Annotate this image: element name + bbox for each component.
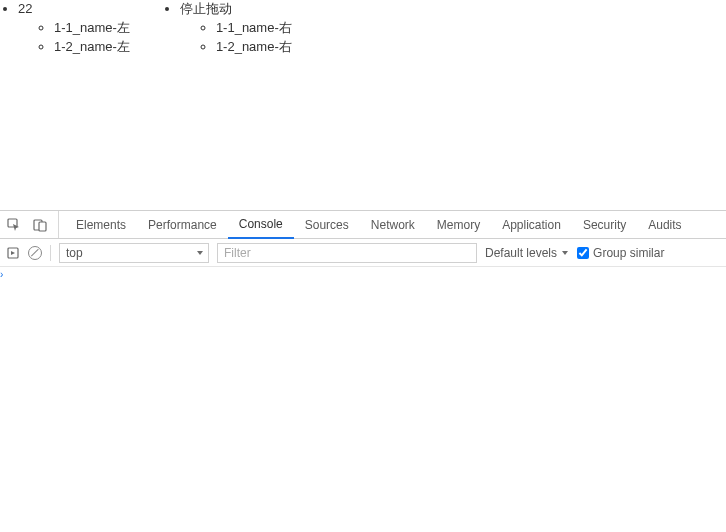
inspect-element-icon[interactable] xyxy=(6,217,22,233)
tree-child-label: 1-1_name-右 xyxy=(216,20,292,35)
group-similar-label: Group similar xyxy=(593,246,664,260)
tree-child-item[interactable]: 1-1_name-左 xyxy=(54,19,130,38)
clear-console-icon[interactable] xyxy=(28,246,42,260)
tree-item-label: 22 xyxy=(18,1,32,16)
console-output[interactable]: › xyxy=(0,267,726,532)
page-content: 22 1-1_name-左 1-2_name-左 停止拖动 1-1_name-右 xyxy=(0,0,726,210)
tree-child-label: 1-2_name-左 xyxy=(54,39,130,54)
tree-child-label: 1-2_name-右 xyxy=(216,39,292,54)
chevron-down-icon xyxy=(196,249,204,257)
tab-security[interactable]: Security xyxy=(572,211,637,238)
log-levels-select[interactable]: Default levels xyxy=(485,246,569,260)
tab-audits[interactable]: Audits xyxy=(637,211,692,238)
tab-application[interactable]: Application xyxy=(491,211,572,238)
console-prompt-icon: › xyxy=(0,269,3,280)
devtools-left-controls xyxy=(0,211,59,238)
tree-children: 1-1_name-右 1-2_name-右 xyxy=(180,19,292,57)
tab-elements[interactable]: Elements xyxy=(65,211,137,238)
tree-item[interactable]: 22 1-1_name-左 1-2_name-左 xyxy=(18,0,130,57)
tree-child-item[interactable]: 1-1_name-右 xyxy=(216,19,292,38)
devtools-panel: Elements Performance Console Sources Net… xyxy=(0,210,726,532)
log-levels-label: Default levels xyxy=(485,246,557,260)
tree-item-label: 停止拖动 xyxy=(180,1,232,16)
tab-console[interactable]: Console xyxy=(228,212,294,239)
execution-context-select[interactable]: top xyxy=(59,243,209,263)
group-similar-checkbox[interactable]: Group similar xyxy=(577,246,664,260)
svg-rect-2 xyxy=(39,222,46,231)
tab-network[interactable]: Network xyxy=(360,211,426,238)
tree-child-item[interactable]: 1-2_name-左 xyxy=(54,38,130,57)
tree-child-label: 1-1_name-左 xyxy=(54,20,130,35)
group-similar-checkbox-input[interactable] xyxy=(577,247,589,259)
device-toolbar-icon[interactable] xyxy=(32,217,48,233)
console-sidebar-toggle-icon[interactable] xyxy=(6,246,20,260)
separator xyxy=(50,245,51,261)
tab-sources[interactable]: Sources xyxy=(294,211,360,238)
chevron-down-icon xyxy=(561,249,569,257)
tab-memory[interactable]: Memory xyxy=(426,211,491,238)
console-toolbar: top Default levels Group similar xyxy=(0,239,726,267)
tree-root: 22 1-1_name-左 1-2_name-左 停止拖动 1-1_name-右 xyxy=(0,0,292,57)
devtools-tabs: Elements Performance Console Sources Net… xyxy=(0,211,726,239)
tree-children: 1-1_name-左 1-2_name-左 xyxy=(18,19,130,57)
tree-item[interactable]: 停止拖动 1-1_name-右 1-2_name-右 xyxy=(180,0,292,57)
console-filter-input[interactable] xyxy=(217,243,477,263)
execution-context-value: top xyxy=(66,246,83,260)
tab-performance[interactable]: Performance xyxy=(137,211,228,238)
tree-child-item[interactable]: 1-2_name-右 xyxy=(216,38,292,57)
